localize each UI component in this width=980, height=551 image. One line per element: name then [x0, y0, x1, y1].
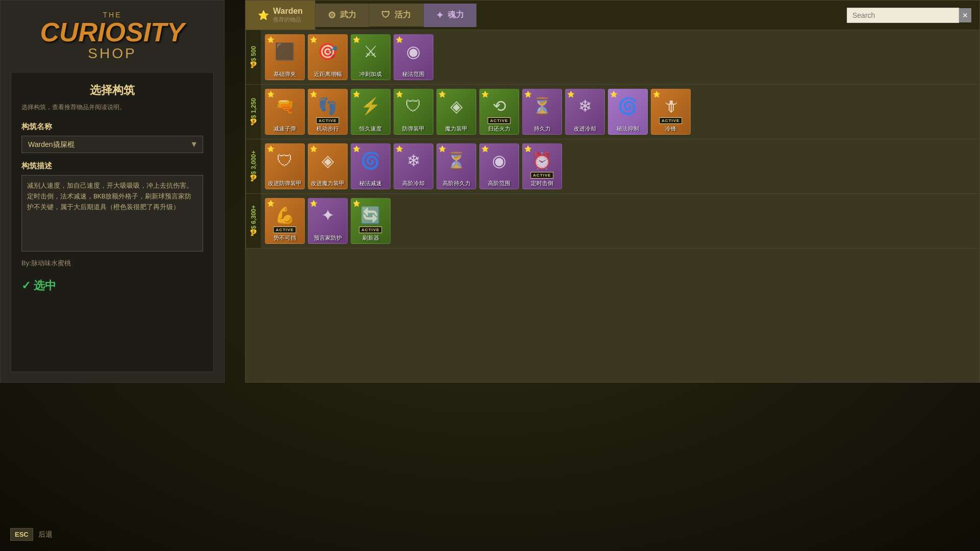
panel-content: 选择构筑 选择构筑，查看推荐物品并阅读说明。 构筑名称 Warden撬屎棍 ▼ …: [11, 72, 214, 372]
price-label-0: 💰$ 500: [246, 30, 261, 84]
item-icon-high-cool: ❄: [401, 148, 426, 173]
tab-warden-subtitle: 推荐的物品: [273, 16, 303, 23]
item-card-high-range[interactable]: ⭐◉高阶范围: [479, 143, 519, 189]
item-card-high-endurance[interactable]: ⭐⏳高阶持久力: [436, 143, 476, 189]
select-button[interactable]: 选中: [21, 278, 56, 293]
item-card-basic-clip[interactable]: ⭐⬛基础弹夹: [265, 34, 305, 80]
price-section-3: 💰$ 6,300+⭐💪ACTIVE势不可挡⭐✦预言家防护⭐🔄ACTIVE刷新器: [246, 194, 979, 248]
author-text: By:脉动味水蜜桃: [21, 259, 203, 268]
price-coin-icon-0: 💰: [250, 61, 257, 69]
tab-hunli[interactable]: ✦ 魂力: [424, 4, 477, 27]
item-label-high-range: 高阶范围: [488, 180, 510, 187]
item-card-improve-magic-armor[interactable]: ⭐◈改进魔力装甲: [308, 143, 348, 189]
item-icon-slow-bullet: 🔫: [272, 93, 298, 119]
price-value-0: $ 500: [250, 45, 257, 61]
item-card-magic-armor[interactable]: ⭐◈魔力装甲: [436, 89, 476, 135]
active-badge-timed-knockdown: ACTIVE: [530, 172, 553, 179]
price-coin-icon-2: 💰: [250, 174, 257, 182]
item-icon-magic-suppress: 🌀: [615, 93, 641, 119]
item-card-magic-slow[interactable]: ⭐🌀秘法减速: [351, 143, 390, 189]
item-card-unstoppable[interactable]: ⭐💪ACTIVE势不可挡: [265, 198, 305, 244]
price-label-3: 💰$ 6,300+: [246, 194, 261, 248]
item-card-endurance[interactable]: ⭐⏳持久力: [522, 89, 562, 135]
item-icon-improve-cool: ❄: [572, 93, 598, 119]
item-card-mobile-walk[interactable]: ⭐👣ACTIVE机动步行: [308, 89, 348, 135]
item-card-prophet-protect[interactable]: ⭐✦预言家防护: [308, 198, 348, 244]
back-text: 后退: [38, 530, 53, 539]
logo-area: THE CURIOSITY SHOP: [11, 11, 214, 62]
item-card-rush-add[interactable]: ⭐⚔冲刺加成: [351, 34, 390, 80]
item-label-prophet-protect: 预言家防护: [314, 235, 342, 241]
item-label-permanent-speed: 恒久速度: [359, 126, 382, 132]
tab-hunli-icon: ✦: [436, 10, 444, 21]
price-section-1: 💰$ 1,250⭐🔫减速子弹⭐👣ACTIVE机动步行⭐⚡恒久速度⭐🛡防弹装甲⭐◈…: [246, 85, 979, 139]
active-badge-restore-hp: ACTIVE: [487, 117, 510, 124]
items-row-2: ⭐🛡改进防弹装甲⭐◈改进魔力装甲⭐🌀秘法减速⭐❄高阶冷却⭐⏳高阶持久力⭐◉高阶范…: [261, 139, 566, 193]
item-icon-endurance: ⏳: [529, 93, 555, 119]
item-label-mobile-walk: 机动步行: [316, 126, 339, 132]
item-icon-permanent-speed: ⚡: [358, 93, 383, 119]
item-icon-magic-armor: ◈: [444, 93, 469, 119]
build-name-label: 构筑名称: [21, 122, 203, 132]
tab-huoli[interactable]: 🛡 活力: [369, 4, 424, 27]
esc-button[interactable]: ESC: [10, 528, 33, 541]
logo-shop: SHOP: [11, 45, 214, 62]
bottom-bar: ESC 后退: [10, 528, 53, 541]
item-card-cold-strike[interactable]: ⭐🗡ACTIVE冷锋: [651, 89, 691, 135]
tab-warden-icon: ⭐: [258, 10, 269, 21]
tab-wulike-icon: ⚙: [328, 10, 336, 21]
search-input[interactable]: [847, 8, 959, 23]
item-card-range-amp[interactable]: ⭐🎯近距离增幅: [308, 34, 348, 80]
tabs-row: ⭐ Warden 推荐的物品 ⚙ 武力 🛡 活力 ✦ 魂力 ✕: [246, 1, 979, 30]
item-card-restore-hp[interactable]: ⭐⟲ACTIVE归还火力: [479, 89, 519, 135]
tab-wulike-label: 武力: [340, 10, 356, 20]
active-badge-cold-strike: ACTIVE: [659, 117, 682, 124]
item-card-magic-range[interactable]: ⭐◉秘法范围: [394, 34, 433, 80]
item-icon-cold-strike: 🗡: [658, 93, 683, 119]
item-icon-magic-range: ◉: [401, 39, 426, 64]
item-label-high-cool: 高阶冷却: [402, 180, 425, 187]
item-card-improve-bullet-armor[interactable]: ⭐🛡改进防弹装甲: [265, 143, 305, 189]
search-close-button[interactable]: ✕: [959, 8, 971, 22]
item-card-anti-bullet[interactable]: ⭐🛡防弹装甲: [394, 89, 433, 135]
item-card-permanent-speed[interactable]: ⭐⚡恒久速度: [351, 89, 390, 135]
item-label-basic-clip: 基础弹夹: [274, 71, 296, 78]
item-card-improve-cool[interactable]: ⭐❄改进冷却: [565, 89, 605, 135]
item-icon-prophet-protect: ✦: [315, 203, 340, 228]
item-label-endurance: 持久力: [534, 126, 551, 132]
tab-wulike[interactable]: ⚙ 武力: [315, 4, 369, 27]
item-icon-mobile-walk: 👣: [315, 93, 340, 119]
right-panel: ⭐ Warden 推荐的物品 ⚙ 武力 🛡 活力 ✦ 魂力 ✕ 💰$ 500⭐⬛…: [245, 0, 980, 383]
item-label-magic-suppress: 秘法抑制: [617, 126, 639, 132]
item-label-anti-bullet: 防弹装甲: [402, 126, 425, 132]
item-icon-unstoppable: 💪: [272, 203, 298, 228]
build-desc-label: 构筑描述: [21, 161, 203, 171]
item-card-high-cool[interactable]: ⭐❄高阶冷却: [394, 143, 433, 189]
item-card-slow-bullet[interactable]: ⭐🔫减速子弹: [265, 89, 305, 135]
tab-hunli-label: 魂力: [448, 10, 464, 20]
item-card-timed-knockdown[interactable]: ⭐⏰ACTIVE定时击倒: [522, 143, 562, 189]
item-label-magic-armor: 魔力装甲: [445, 126, 468, 132]
build-desc-textarea[interactable]: 减别人速度，加自己速度，开大吸吸吸，冲上去抗伤害。定时击倒，法术减速，BKB放额…: [21, 175, 203, 252]
build-name-dropdown[interactable]: Warden撬屎棍: [21, 136, 203, 153]
item-label-improve-bullet-armor: 改进防弹装甲: [268, 180, 302, 187]
item-label-unstoppable: 势不可挡: [274, 235, 296, 241]
active-badge-refresh-device: ACTIVE: [359, 227, 382, 233]
item-label-cold-strike: 冷锋: [665, 126, 676, 132]
price-label-2: 💰$ 3,000+: [246, 139, 261, 193]
active-badge-unstoppable: ACTIVE: [273, 227, 296, 233]
logo-curiosity: CURIOSITY: [11, 19, 214, 45]
panel-subtitle: 选择构筑，查看推荐物品并阅读说明。: [21, 103, 203, 112]
price-section-2: 💰$ 3,000+⭐🛡改进防弹装甲⭐◈改进魔力装甲⭐🌀秘法减速⭐❄高阶冷却⭐⏳高…: [246, 139, 979, 194]
item-icon-restore-hp: ⟲: [486, 93, 512, 119]
item-icon-basic-clip: ⬛: [272, 39, 298, 64]
search-wrapper: ✕: [839, 4, 979, 27]
price-value-1: $ 1,250: [250, 97, 257, 118]
left-panel: THE CURIOSITY SHOP 选择构筑 选择构筑，查看推荐物品并阅读说明…: [0, 0, 225, 383]
item-card-magic-suppress[interactable]: ⭐🌀秘法抑制: [608, 89, 648, 135]
item-label-range-amp: 近距离增幅: [314, 71, 342, 78]
tab-warden[interactable]: ⭐ Warden 推荐的物品: [246, 1, 315, 30]
price-value-2: $ 3,000+: [250, 151, 257, 174]
item-label-high-endurance: 高阶持久力: [443, 180, 471, 187]
item-card-refresh-device[interactable]: ⭐🔄ACTIVE刷新器: [351, 198, 390, 244]
